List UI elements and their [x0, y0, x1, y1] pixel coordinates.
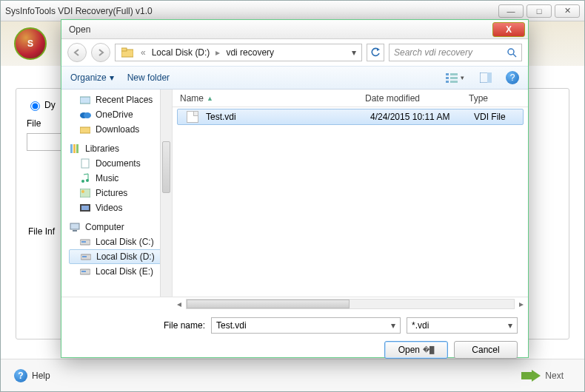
libraries-icon [69, 143, 81, 154]
minimize-button[interactable]: — [498, 4, 524, 18]
open-label: Open [398, 345, 420, 355]
tree-recent-places[interactable]: Recent Places [69, 92, 172, 107]
svg-rect-2 [121, 48, 127, 51]
svg-rect-14 [80, 97, 90, 104]
tree-downloads[interactable]: Downloads [69, 122, 172, 137]
tree-disk-c[interactable]: Local Disk (C:) [69, 234, 172, 249]
svg-rect-11 [450, 81, 458, 83]
tree-disk-e[interactable]: Local Disk (E:) [69, 264, 172, 279]
svg-rect-18 [70, 144, 73, 153]
tree-scrollbar[interactable] [160, 89, 172, 297]
filename-value: Test.vdi [216, 320, 247, 331]
drive-icon [80, 251, 92, 262]
tree-label: Music [96, 173, 118, 183]
drive-icon [79, 266, 91, 277]
scrollbar-thumb[interactable] [162, 141, 170, 193]
help-button[interactable]: ? Help [14, 369, 50, 382]
tree-label: Local Disk (C:) [96, 237, 154, 247]
svg-rect-8 [446, 81, 449, 83]
column-type[interactable]: Type [461, 93, 528, 104]
tree-videos[interactable]: Videos [69, 200, 172, 215]
dialog-close-button[interactable]: X [492, 22, 525, 37]
scroll-right-button[interactable]: ▸ [515, 299, 528, 309]
next-label: Next [545, 371, 564, 381]
maximize-button[interactable]: □ [526, 4, 552, 18]
svg-rect-31 [81, 241, 86, 243]
svg-point-22 [81, 180, 84, 183]
scroll-left-button[interactable]: ◂ [173, 299, 186, 309]
tree-pictures[interactable]: Pictures [69, 186, 172, 200]
dynamic-radio[interactable] [30, 101, 40, 111]
nav-bar: « Local Disk (D:) ▸ vdi recovery ▾ Searc… [61, 39, 528, 66]
view-mode-button[interactable]: ▾ [444, 70, 466, 86]
main-window-title: SysInfoTools VDI Recovery(Full) v1.0 [5, 6, 495, 16]
dynamic-radio-label: Dy [44, 100, 56, 110]
pictures-icon [79, 188, 91, 198]
nav-tree: Recent Places OneDrive Downloads Librari… [61, 89, 173, 297]
svg-point-25 [81, 190, 84, 193]
svg-rect-19 [73, 144, 76, 153]
tree-label: Local Disk (D:) [96, 251, 155, 262]
tree-music[interactable]: Music [69, 171, 172, 186]
preview-pane-button[interactable] [475, 70, 497, 86]
column-name[interactable]: Name ▲ [173, 93, 358, 104]
chevron-down-icon[interactable]: ▾ [508, 320, 512, 331]
breadcrumb-bar[interactable]: « Local Disk (D:) ▸ vdi recovery ▾ [115, 44, 362, 61]
preview-pane-icon [480, 72, 492, 83]
chevron-down-icon: �█ [423, 346, 434, 354]
organize-menu[interactable]: Organize ▾ [70, 72, 114, 83]
cancel-label: Cancel [472, 345, 499, 355]
tree-disk-d[interactable]: Local Disk (D:) [69, 249, 167, 264]
cancel-button[interactable]: Cancel [454, 341, 518, 359]
search-icon [507, 47, 517, 58]
refresh-icon [370, 47, 381, 58]
tree-documents[interactable]: Documents [69, 156, 172, 171]
open-button[interactable]: Open �█ [384, 341, 448, 359]
tree-label: Documents [96, 158, 141, 169]
close-button[interactable]: ✕ [555, 4, 580, 18]
new-folder-label: New folder [127, 72, 170, 83]
svg-rect-17 [80, 127, 90, 133]
breadcrumb-seg-2[interactable]: vdi recovery [223, 47, 277, 58]
sort-indicator-icon: ▲ [207, 95, 213, 102]
breadcrumb-prefix: « [138, 47, 149, 58]
search-input[interactable]: Search vdi recovery [389, 44, 522, 61]
forward-button[interactable] [91, 43, 110, 62]
dialog-button-row: Open �█ Cancel [61, 337, 528, 368]
filename-row: File name: Test.vdi ▾ *.vdi ▾ [61, 310, 528, 337]
toolbar-help-button[interactable]: ? [506, 71, 519, 84]
file-row[interactable]: Test.vdi 4/24/2015 10:11 AM VDI File [177, 109, 524, 125]
logo-letter: S [27, 38, 33, 49]
tree-onedrive[interactable]: OneDrive [69, 107, 172, 122]
tree-libraries[interactable]: Libraries [69, 141, 172, 156]
dialog-content: Recent Places OneDrive Downloads Librari… [61, 89, 528, 297]
tree-computer[interactable]: Computer [69, 220, 172, 234]
column-label: Date modified [365, 93, 420, 104]
column-date[interactable]: Date modified [358, 93, 461, 104]
refresh-button[interactable] [367, 44, 384, 61]
chevron-down-icon: ▾ [110, 72, 114, 83]
dialog-title: Open [69, 24, 492, 35]
tree-label: OneDrive [96, 109, 133, 120]
help-icon: ? [14, 369, 27, 382]
chevron-down-icon[interactable]: ▾ [391, 320, 395, 331]
videos-icon [79, 203, 91, 213]
music-icon [79, 173, 91, 183]
svg-marker-0 [521, 370, 541, 382]
breadcrumb-seg-1[interactable]: Local Disk (D:) [149, 47, 213, 58]
breadcrumb-dropdown-icon[interactable]: ▾ [348, 47, 360, 58]
horizontal-scrollbar[interactable]: ◂ ▸ [61, 297, 528, 310]
file-filter-select[interactable]: *.vdi ▾ [407, 317, 518, 334]
svg-rect-24 [80, 189, 90, 197]
back-button[interactable] [67, 43, 87, 62]
scroll-track[interactable] [186, 299, 515, 309]
toolbar: Organize ▾ New folder ▾ ? [61, 66, 528, 89]
scroll-thumb[interactable] [187, 300, 350, 308]
new-folder-button[interactable]: New folder [127, 72, 170, 83]
svg-point-4 [508, 49, 514, 55]
downloads-icon [79, 124, 91, 135]
file-type: VDI File [474, 112, 506, 122]
next-button[interactable]: Next [514, 367, 571, 385]
filename-input[interactable]: Test.vdi ▾ [211, 317, 401, 334]
file-info-label: File Inf [28, 226, 55, 237]
